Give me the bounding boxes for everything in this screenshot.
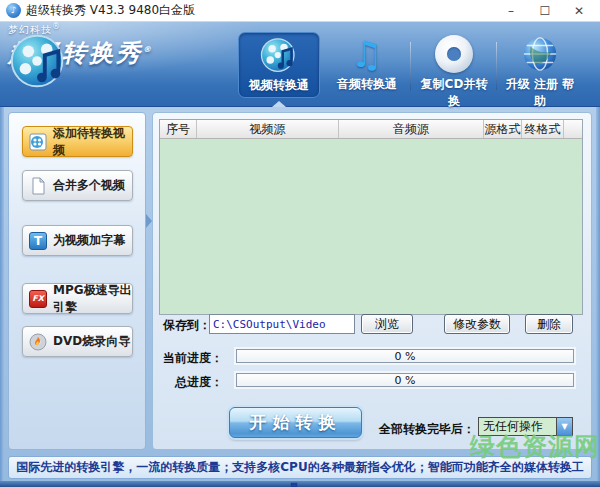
app-logo	[8, 30, 70, 92]
sidebar-item-add-video[interactable]: 添加待转换视频	[22, 126, 133, 157]
save-to-label: 保存到：	[163, 317, 211, 334]
current-progress-label: 当前进度：	[163, 350, 223, 367]
maximize-button[interactable]: ☐	[528, 1, 562, 21]
conversion-queue-table: 序号 视频源 音频源 源格式 终格式	[159, 119, 583, 315]
delete-button[interactable]: 删除	[525, 314, 573, 334]
total-progress-label: 总进度：	[175, 374, 223, 391]
sidebar-item-label: MPG极速导出引擎	[53, 282, 132, 316]
modify-params-button[interactable]: 修改参数	[444, 314, 510, 334]
window-title: 超级转换秀 V43.3 9480白金版	[26, 2, 195, 19]
close-button[interactable]: ✕	[562, 1, 596, 21]
window-controls: – ☐ ✕	[494, 1, 596, 21]
browse-button[interactable]: 浏览	[361, 314, 413, 334]
after-complete-label: 全部转换完毕后：	[379, 421, 475, 438]
main-panel: 序号 视频源 音频源 源格式 终格式 保存到： 浏览 修改参数 删除 当前进度：…	[152, 112, 592, 450]
table-body-empty	[160, 139, 582, 315]
total-progress-bar: 0 %	[236, 373, 574, 387]
column-header-index[interactable]: 序号	[160, 120, 197, 138]
app-window: ♪ 超级转换秀 V43.3 9480白金版 – ☐ ✕	[0, 0, 600, 487]
sidebar-item-label: DVD烧录向导	[53, 333, 130, 350]
globe-icon	[500, 32, 580, 76]
watermark: 绿色资源网	[470, 430, 600, 463]
cd-disc-icon	[415, 32, 493, 76]
sidebar: 添加待转换视频 合并多个视频 T 为视频加字幕 FX MPG极速导出引擎	[8, 112, 146, 450]
sidebar-item-label: 添加待转换视频	[53, 125, 132, 159]
tab-label: 音频转换通	[328, 76, 406, 93]
sidebar-item-mpg-export[interactable]: FX MPG极速导出引擎	[22, 283, 133, 314]
tab-label: 复制CD并转换	[415, 76, 493, 110]
minimize-button[interactable]: –	[494, 1, 528, 21]
add-video-icon	[29, 133, 47, 151]
window-edge	[0, 107, 4, 487]
sidebar-collapse-arrow[interactable]	[146, 214, 152, 228]
tab-audio-convert[interactable]: ♫ 音频转换通	[328, 32, 406, 98]
music-note-icon: ♫	[328, 32, 406, 76]
sidebar-item-dvd-burn[interactable]: DVD烧录向导	[22, 326, 133, 357]
tab-separator	[496, 42, 497, 90]
film-reel-icon	[239, 33, 319, 77]
save-path-input[interactable]	[209, 314, 355, 334]
sidebar-item-add-subtitle[interactable]: T 为视频加字幕	[22, 225, 133, 256]
dvd-burn-icon	[29, 333, 47, 351]
column-header-source-format[interactable]: 源格式	[484, 120, 522, 138]
mpg-export-icon: FX	[29, 290, 47, 308]
titlebar: ♪ 超级转换秀 V43.3 9480白金版 – ☐ ✕	[0, 0, 600, 22]
total-progress-value: 0 %	[395, 374, 416, 387]
sidebar-item-label: 合并多个视频	[53, 177, 125, 194]
tab-separator	[410, 42, 411, 90]
subtitle-t-icon: T	[29, 232, 47, 250]
merge-video-icon	[29, 177, 47, 195]
film-reel-note-icon	[8, 30, 70, 92]
current-progress-bar: 0 %	[236, 349, 574, 363]
tab-label: 升级 注册 帮助	[500, 76, 580, 110]
tab-video-convert[interactable]: 视频转换通	[238, 32, 320, 98]
start-convert-button[interactable]: 开始转换	[229, 407, 362, 438]
column-header-target-format[interactable]: 终格式	[522, 120, 564, 138]
tab-copy-cd[interactable]: 复制CD并转换	[415, 32, 493, 98]
sidebar-item-merge-videos[interactable]: 合并多个视频	[22, 170, 133, 201]
active-tab-caret	[272, 101, 286, 107]
column-header-filler	[564, 120, 582, 138]
current-progress-value: 0 %	[395, 350, 416, 363]
app-globe-note-icon: ♪	[6, 3, 21, 18]
tab-upgrade-register-help[interactable]: 升级 注册 帮助	[500, 32, 580, 98]
sidebar-item-label: 为视频加字幕	[53, 232, 125, 249]
table-header: 序号 视频源 音频源 源格式 终格式	[160, 120, 582, 139]
column-header-video-source[interactable]: 视频源	[197, 120, 339, 138]
header: 梦幻科技® 超级转换秀® 视频转换通 ♫ 音频转换通	[0, 22, 600, 107]
column-header-audio-source[interactable]: 音频源	[339, 120, 484, 138]
tab-label: 视频转换通	[239, 77, 319, 94]
